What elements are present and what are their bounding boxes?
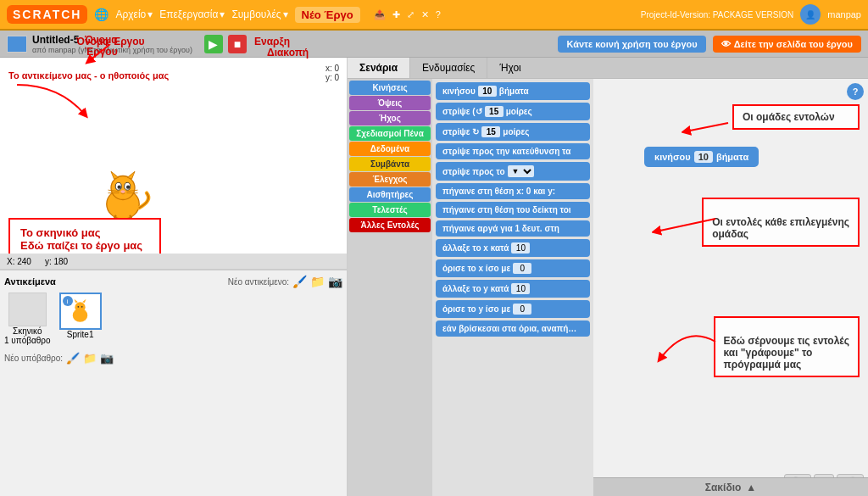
sprites-header: Αντικείμενα Νέο αντικείμενο: 🖌️ 📁 📷 bbox=[4, 275, 342, 288]
block-turn-cw-input[interactable] bbox=[481, 126, 500, 137]
svg-point-8 bbox=[126, 185, 130, 188]
cat-looks[interactable]: Όψεις bbox=[349, 96, 431, 110]
project-name[interactable]: Untitled-5 bbox=[32, 34, 192, 46]
arrow-to-cat bbox=[8, 76, 110, 127]
block-glide[interactable]: πήγαινε αργά για 1 δευτ. στη bbox=[436, 220, 590, 237]
crosshair-icon[interactable]: ✚ bbox=[392, 9, 400, 20]
block-point-to-select[interactable]: ▼ bbox=[508, 165, 534, 177]
camera-backdrop-icon[interactable]: 📷 bbox=[100, 352, 114, 365]
top-bar: SCRATCH 🌐 Αρχείο▾ Επεξεργασία▾ Συμβουλές… bbox=[0, 0, 868, 31]
block-point-to[interactable]: στρίψε προς το ▼ bbox=[436, 162, 590, 181]
cat-control[interactable]: Έλεγχος bbox=[349, 172, 431, 187]
project-info: Untitled-5 από manpap (γίνεται ιδιωτική … bbox=[32, 34, 192, 54]
scene-sub: 1 υπόβαθρο bbox=[4, 336, 51, 345]
tab-scenarios[interactable]: Σενάρια bbox=[348, 58, 410, 78]
help-button[interactable]: ? bbox=[847, 83, 864, 100]
cat-pen[interactable]: Σχεδιασμοί Πένα bbox=[349, 126, 431, 141]
menu-file[interactable]: Αρχείο▾ bbox=[115, 8, 153, 20]
x-coord: x: 0 bbox=[326, 64, 339, 73]
cat-sensing[interactable]: Αισθητήρες bbox=[349, 187, 431, 202]
menu-edit[interactable]: Επεξεργασία▾ bbox=[159, 8, 225, 20]
upload-sprite-icon[interactable]: 📁 bbox=[310, 275, 325, 288]
block-change-y[interactable]: άλλαξε το y κατά bbox=[436, 280, 590, 298]
close-icon[interactable]: ✕ bbox=[421, 9, 429, 20]
camera-sprite-icon[interactable]: 📷 bbox=[328, 275, 342, 288]
block-turn-ccw-input[interactable] bbox=[485, 106, 504, 117]
arrow-commands bbox=[652, 210, 720, 244]
backpack-bar[interactable]: Σακίδιο ▲ bbox=[593, 477, 868, 496]
share-button[interactable]: Κάντε κοινή χρήση του έργου bbox=[558, 36, 705, 53]
stage[interactable]: Το σκηνικό μας Εδώ παίζει το έργο μας x:… bbox=[0, 58, 347, 270]
paint-backdrop-icon[interactable]: 🖌️ bbox=[66, 352, 80, 365]
new-backdrop-area: Νέο υπόβαθρο: 🖌️ 📁 📷 bbox=[4, 352, 342, 365]
cat-data[interactable]: Δεδομένα bbox=[349, 142, 431, 156]
upload-backdrop-icon[interactable]: 📁 bbox=[83, 352, 97, 365]
script-area[interactable]: κινήσου 10 βήματα ? 🔍 = 🔎 Οι ομάδες εντο… bbox=[593, 79, 868, 496]
help-top-icon[interactable]: ? bbox=[436, 9, 441, 20]
block-point-dir[interactable]: στρίψε προς την κατεύθυνση τα bbox=[436, 143, 590, 159]
block-change-x[interactable]: άλλαξε το x κατά bbox=[436, 239, 590, 257]
block-set-y[interactable]: όρισε το y ίσο με bbox=[436, 300, 590, 318]
sprite-item-1[interactable]: i Sprite1 bbox=[59, 293, 102, 339]
sprite-name-1: Sprite1 bbox=[67, 330, 94, 339]
svg-point-2 bbox=[111, 176, 135, 200]
svg-marker-4 bbox=[127, 171, 135, 179]
panel-tabs: Σενάρια Ενδυμασίες Ήχοι bbox=[348, 58, 868, 79]
backpack-chevron-icon: ▲ bbox=[746, 482, 756, 493]
menu-tips[interactable]: Συμβουλές▾ bbox=[231, 8, 287, 20]
annotation-groups-box: Οι ομάδες εντολών bbox=[732, 104, 860, 130]
annotation-commands-text: Οι εντολές κάθε επιλεγμένης ομάδας bbox=[712, 216, 849, 240]
x-display: X: 240 bbox=[7, 257, 31, 266]
block-goto-xy[interactable]: πήγαινε στη θέση x: 0 και y: bbox=[436, 183, 590, 199]
block-turn-cw[interactable]: στρίψε ↻ μοίρες bbox=[436, 123, 590, 141]
block-turn-ccw[interactable]: στρίψε (↺ μοίρες bbox=[436, 103, 590, 120]
block-set-y-input[interactable] bbox=[513, 304, 531, 315]
scene-label: Σκηνικό bbox=[13, 326, 42, 336]
svg-point-17 bbox=[75, 302, 86, 312]
blocks-list: κινήσου βήματα στρίψε (↺ μοίρες στρίψε ↻… bbox=[432, 79, 593, 496]
tab-sounds[interactable]: Ήχοι bbox=[487, 58, 532, 78]
scratch-logo[interactable]: SCRATCH bbox=[7, 5, 87, 24]
paint-sprite-icon[interactable]: 🖌️ bbox=[292, 275, 307, 288]
menu-new-project[interactable]: Νέο Έργο bbox=[295, 7, 360, 23]
second-bar: Untitled-5 από manpap (γίνεται ιδιωτική … bbox=[0, 31, 868, 58]
block-move[interactable]: κινήσου βήματα bbox=[436, 82, 590, 100]
script-block-move[interactable]: κινήσου 10 βήματα bbox=[644, 147, 759, 167]
stage-label-line2: Εδώ παίζει το έργο μας bbox=[20, 239, 149, 252]
annotation-commands-box: Οι εντολές κάθε επιλεγμένης ομάδας bbox=[702, 198, 860, 247]
block-bounce[interactable]: εάν βρίσκεσαι στα όρια, αναπή… bbox=[436, 320, 590, 337]
coord-bar: X: 240 y: 180 bbox=[0, 254, 347, 269]
y-display: y: 180 bbox=[45, 257, 68, 266]
svg-marker-19 bbox=[82, 298, 86, 302]
sprites-list: Σκηνικό 1 υπόβαθρο i bbox=[4, 293, 342, 345]
view-page-button[interactable]: 👁 Δείτε την σελίδα του έργου bbox=[713, 36, 861, 53]
tab-costumes[interactable]: Ενδυμασίες bbox=[410, 58, 487, 78]
block-change-x-input[interactable] bbox=[511, 242, 530, 254]
svg-point-20 bbox=[78, 305, 80, 307]
cat-operators[interactable]: Τελεστές bbox=[349, 203, 431, 217]
annotation-groups-text: Οι ομάδες εντολών bbox=[743, 111, 835, 123]
cat-events[interactable]: Συμβάντα bbox=[349, 157, 431, 171]
resize-icon[interactable]: ⤢ bbox=[407, 9, 415, 20]
block-goto-pointer[interactable]: πήγαινε στη θέση του δείκτη τοι bbox=[436, 202, 590, 218]
globe-icon[interactable]: 🌐 bbox=[94, 8, 108, 21]
block-change-y-input[interactable] bbox=[511, 283, 530, 294]
block-set-x[interactable]: όρισε το x ίσο με bbox=[436, 259, 590, 277]
svg-point-9 bbox=[120, 190, 125, 193]
start-button[interactable]: ▶ bbox=[204, 35, 223, 53]
block-move-input[interactable] bbox=[478, 86, 497, 97]
cat-sound[interactable]: Ήχος bbox=[349, 111, 431, 125]
svg-marker-3 bbox=[111, 171, 119, 179]
stop-button[interactable]: ■ bbox=[228, 35, 247, 53]
cat-motion[interactable]: Κινήσεις bbox=[349, 81, 431, 95]
svg-point-21 bbox=[81, 305, 83, 307]
arrow-groups bbox=[682, 114, 732, 140]
sprites-panel: Αντικείμενα Νέο αντικείμενο: 🖌️ 📁 📷 Σκην… bbox=[0, 270, 347, 496]
user-avatar[interactable]: 👤 bbox=[800, 4, 821, 25]
block-set-x-input[interactable] bbox=[513, 263, 531, 274]
version-text: Project-Id-Version: PACKAGE VERSION bbox=[641, 10, 793, 20]
upload-icon[interactable]: 📤 bbox=[374, 9, 386, 20]
scene-item[interactable]: Σκηνικό 1 υπόβαθρο bbox=[4, 293, 51, 345]
cat-more[interactable]: Άλλες Εντολές bbox=[349, 218, 431, 232]
stage-panel: Το σκηνικό μας Εδώ παίζει το έργο μας x:… bbox=[0, 58, 348, 496]
